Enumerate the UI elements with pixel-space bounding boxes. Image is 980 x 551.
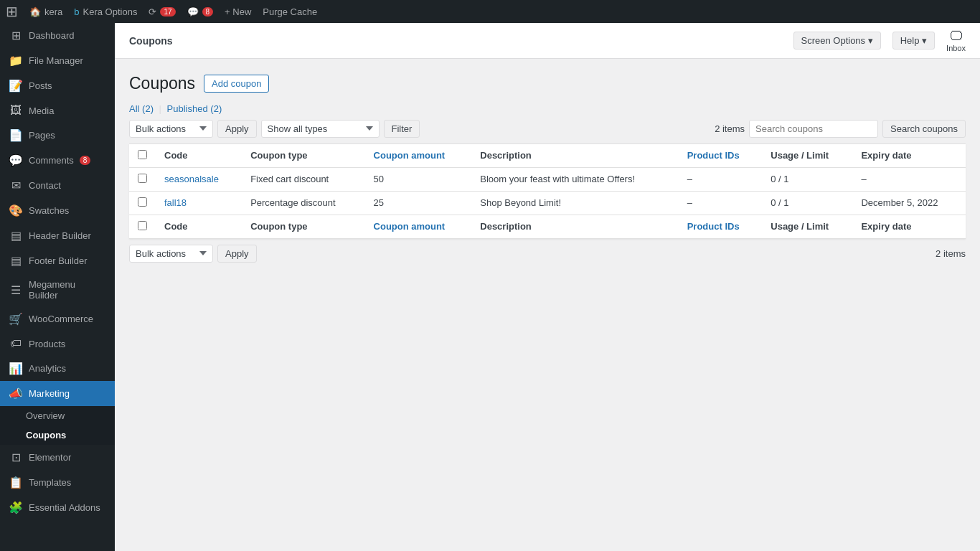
content-header: Coupons Add coupon: [129, 73, 966, 95]
row-code-1: fall18: [156, 191, 242, 215]
coupon-code-link-1[interactable]: fall18: [164, 197, 187, 208]
page-header-bar: Coupons Screen Options ▾ Help ▾ 🖵 Inbox: [115, 23, 980, 59]
inbox-button[interactable]: 🖵 Inbox: [946, 29, 966, 52]
sidebar-item-contact[interactable]: ✉ Contact: [0, 173, 115, 198]
comments-icon: 💬: [187, 6, 199, 17]
col-expiry-date-footer: Expiry date: [852, 215, 966, 238]
tab-separator: |: [159, 103, 164, 114]
marketing-icon: 📣: [9, 387, 23, 400]
wp-logo[interactable]: ⊞: [6, 3, 18, 20]
swatches-icon: 🎨: [9, 204, 23, 217]
sidebar-item-footer-builder[interactable]: ▤ Footer Builder: [0, 248, 115, 273]
media-icon: 🖼: [9, 104, 23, 117]
select-all-footer-checkbox[interactable]: [138, 221, 147, 230]
analytics-icon: 📊: [9, 362, 23, 375]
top-toolbar: Bulk actions Move to Trash Apply Show al…: [129, 120, 966, 138]
row-check-input-0[interactable]: [138, 174, 147, 183]
col-product-ids[interactable]: Product IDs: [679, 143, 763, 167]
woocommerce-icon: 🛒: [9, 312, 23, 326]
sidebar-item-essential-addons[interactable]: 🧩 Essential Addons: [0, 495, 115, 520]
col-expiry-date: Expiry date: [852, 143, 966, 167]
sidebar-item-elementor[interactable]: ⊡ Elementor: [0, 445, 115, 470]
posts-icon: 📝: [9, 79, 23, 93]
filter-tabs: All (2) | Published (2): [129, 103, 966, 114]
row-coupon-amount-0: 50: [365, 167, 472, 191]
updates-menu[interactable]: ⟳ 17: [149, 6, 175, 17]
essential-addons-icon: 🧩: [9, 501, 23, 514]
row-expiry-date-0: –: [852, 167, 966, 191]
updates-icon: ⟳: [149, 6, 156, 17]
filter-tab-all[interactable]: All (2): [129, 103, 156, 114]
select-all-footer[interactable]: [129, 215, 156, 238]
sidebar-item-posts[interactable]: 📝 Posts: [0, 73, 115, 98]
search-coupons-input[interactable]: [749, 120, 878, 138]
admin-bar: ⊞ 🏠 kera b Kera Options ⟳ 17 💬 8 + New P…: [0, 0, 980, 23]
search-coupons-button[interactable]: Search coupons: [882, 120, 966, 138]
sidebar-item-media[interactable]: 🖼 Media: [0, 98, 115, 123]
row-coupon-type-0: Fixed cart discount: [242, 167, 364, 191]
sidebar-item-marketing[interactable]: 📣 Marketing: [0, 381, 115, 406]
purge-cache-btn[interactable]: Purge Cache: [263, 6, 317, 17]
sidebar-item-woocommerce[interactable]: 🛒 WooCommerce: [0, 306, 115, 331]
file-manager-icon: 📁: [9, 54, 23, 67]
sidebar-sub-coupons[interactable]: Coupons: [9, 425, 115, 445]
sidebar-item-comments[interactable]: 💬 Comments 8: [0, 148, 115, 173]
col-description-footer: Description: [471, 215, 678, 238]
sidebar-item-dashboard[interactable]: ⊞ Dashboard: [0, 23, 115, 48]
site-options[interactable]: b Kera Options: [74, 6, 137, 17]
coupon-code-link-0[interactable]: seasonalsale: [164, 174, 219, 184]
col-code-footer: Code: [156, 215, 242, 238]
row-product-ids-1: –: [679, 191, 763, 215]
comments-menu[interactable]: 💬 8: [187, 6, 214, 17]
sidebar-item-pages[interactable]: 📄 Pages: [0, 123, 115, 148]
table-header-row: Code Coupon type Coupon amount Descripti…: [129, 143, 966, 167]
row-check-input-1[interactable]: [138, 197, 147, 207]
help-btn[interactable]: Help ▾: [892, 32, 935, 50]
col-coupon-amount-footer: Coupon amount: [365, 215, 472, 238]
content-area: Coupons Add coupon All (2) | Published (…: [115, 59, 980, 551]
apply-button-top[interactable]: Apply: [217, 120, 257, 138]
header-bar-title: Coupons: [129, 35, 173, 47]
sidebar-sub-overview[interactable]: Overview: [9, 406, 115, 425]
table-row: fall18 Percentage discount 25 Shop Beyon…: [129, 191, 966, 215]
add-coupon-button[interactable]: Add coupon: [204, 75, 269, 93]
sidebar-item-swatches[interactable]: 🎨 Swatches: [0, 198, 115, 223]
row-checkbox-1[interactable]: [129, 191, 156, 215]
row-description-1: Shop Beyond Limit!: [471, 191, 678, 215]
page-title: Coupons: [129, 73, 195, 95]
row-checkbox-0[interactable]: [129, 167, 156, 191]
bulk-actions-select-bottom[interactable]: Bulk actions Move to Trash: [129, 245, 213, 263]
col-usage-limit: Usage / Limit: [762, 143, 852, 167]
sidebar-item-products[interactable]: 🏷 Products: [0, 331, 115, 356]
products-icon: 🏷: [9, 337, 23, 350]
sidebar-item-templates[interactable]: 📋 Templates: [0, 470, 115, 495]
header-builder-icon: ▤: [9, 229, 23, 242]
screen-options-btn[interactable]: Screen Options ▾: [793, 32, 881, 50]
pages-icon: 📄: [9, 128, 23, 142]
sidebar-item-file-manager[interactable]: 📁 File Manager: [0, 48, 115, 73]
new-content-menu[interactable]: + New: [225, 6, 251, 17]
row-coupon-type-1: Percentage discount: [242, 191, 364, 215]
sidebar-item-analytics[interactable]: 📊 Analytics: [0, 356, 115, 381]
site-options-icon: b: [74, 6, 79, 17]
col-coupon-type-footer: Coupon type: [242, 215, 364, 238]
select-all-checkbox[interactable]: [138, 150, 147, 159]
contact-icon: ✉: [9, 179, 23, 192]
bulk-actions-select-top[interactable]: Bulk actions Move to Trash: [129, 120, 213, 138]
col-coupon-amount[interactable]: Coupon amount: [365, 143, 472, 167]
footer-builder-icon: ▤: [9, 254, 23, 268]
row-usage-limit-1: 0 / 1: [762, 191, 852, 215]
col-coupon-type: Coupon type: [242, 143, 364, 167]
coupon-type-select[interactable]: Show all types Percentage discount Fixed…: [261, 120, 380, 138]
apply-button-bottom[interactable]: Apply: [217, 245, 257, 263]
filter-tab-published[interactable]: Published (2): [167, 103, 222, 114]
sidebar-item-header-builder[interactable]: ▤ Header Builder: [0, 223, 115, 248]
select-all-header[interactable]: [129, 143, 156, 167]
filter-button[interactable]: Filter: [384, 120, 420, 138]
user-menu[interactable]: 🏠 kera: [29, 6, 62, 17]
sidebar-item-megamenu-builder[interactable]: ☰ Megamenu Builder: [0, 273, 115, 306]
row-description-0: Bloom your feast with ultimate Offers!: [471, 167, 678, 191]
bottom-toolbar: Bulk actions Move to Trash Apply 2 items: [129, 245, 966, 263]
inbox-icon: 🖵: [950, 29, 963, 44]
row-usage-limit-0: 0 / 1: [762, 167, 852, 191]
